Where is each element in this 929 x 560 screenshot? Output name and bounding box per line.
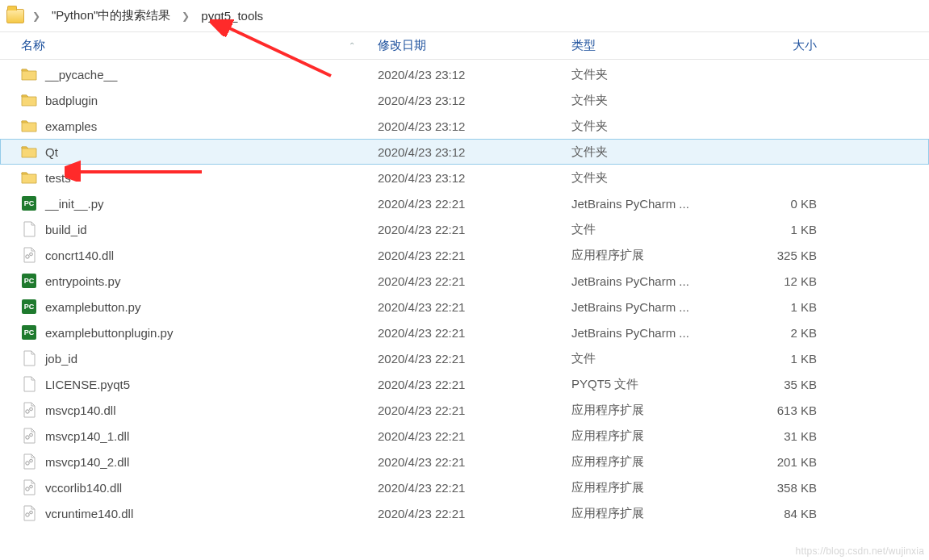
folder-icon [21,118,37,134]
table-row[interactable]: msvcp140.dll2020/4/23 22:21应用程序扩展613 KB [0,397,929,423]
table-row[interactable]: build_id2020/4/23 22:21文件1 KB [0,216,929,242]
file-type: JetBrains PyCharm ... [565,197,743,211]
file-icon [21,350,37,366]
file-name-cell: job_id [0,350,371,366]
file-date: 2020/4/23 23:12 [371,145,565,159]
breadcrumb-part-1[interactable]: "Python"中的搜索结果 [48,6,174,25]
file-name: msvcp140_1.dll [45,429,129,443]
file-name: concrt140.dll [45,249,114,262]
file-size: 325 KB [743,249,831,262]
table-row[interactable]: LICENSE.pyqt52020/4/23 22:21PYQT5 文件35 K… [0,371,929,397]
file-size: 358 KB [743,481,831,495]
file-size: 1 KB [743,223,831,236]
file-date: 2020/4/23 22:21 [371,507,565,520]
table-row[interactable]: badplugin2020/4/23 23:12文件夹 [0,87,929,113]
file-name: LICENSE.pyqt5 [45,378,130,391]
file-name-cell: PCexamplebuttonplugin.py [0,324,371,341]
file-type: 应用程序扩展 [565,403,743,418]
breadcrumb-part-2[interactable]: pyqt5_tools [198,7,266,24]
file-name: vcruntime140.dll [45,507,133,520]
file-name-cell: examples [0,118,371,134]
file-date: 2020/4/23 22:21 [371,197,565,211]
file-size: 84 KB [743,507,831,520]
dll-icon [21,479,37,495]
file-name: tests [45,171,71,185]
file-type: 应用程序扩展 [565,480,743,495]
file-date: 2020/4/23 22:21 [371,455,565,469]
py-icon: PC [21,299,37,315]
file-type: 应用程序扩展 [565,428,743,444]
file-size: 12 KB [743,274,831,288]
file-name: msvcp140.dll [45,403,116,417]
file-name-cell: msvcp140_1.dll [0,428,371,444]
table-row[interactable]: vccorlib140.dll2020/4/23 22:21应用程序扩展358 … [0,474,929,500]
folder-icon [6,9,24,23]
file-name: entrypoints.py [45,274,120,288]
file-name: examplebuttonplugin.py [45,326,173,340]
file-name-cell: __pycache__ [0,66,371,82]
file-size: 201 KB [743,455,831,469]
file-size: 2 KB [743,326,831,340]
file-date: 2020/4/23 22:21 [371,300,565,314]
file-type: 应用程序扩展 [565,506,743,521]
table-row[interactable]: Qt2020/4/23 23:12文件夹 [0,139,929,165]
file-date: 2020/4/23 22:21 [371,378,565,391]
file-date: 2020/4/23 23:12 [371,119,565,133]
file-type: JetBrains PyCharm ... [565,300,743,314]
file-name-cell: Qt [0,144,371,160]
file-date: 2020/4/23 22:21 [371,429,565,443]
folder-icon [21,66,37,82]
table-row[interactable]: msvcp140_2.dll2020/4/23 22:21应用程序扩展201 K… [0,449,929,474]
file-type: 文件夹 [565,119,743,134]
py-icon: PC [21,273,37,289]
file-name: build_id [45,223,87,236]
file-name-cell: vccorlib140.dll [0,479,371,495]
file-name-cell: msvcp140_2.dll [0,453,371,470]
file-type: 应用程序扩展 [565,248,743,263]
table-row[interactable]: msvcp140_1.dll2020/4/23 22:21应用程序扩展31 KB [0,423,929,449]
chevron-right-icon: ❯ [29,10,44,22]
file-date: 2020/4/23 22:21 [371,481,565,495]
file-date: 2020/4/23 23:12 [371,171,565,185]
file-name-cell: PC__init__.py [0,195,371,211]
file-name-cell: concrt140.dll [0,247,371,263]
file-size: 613 KB [743,403,831,417]
folder-icon [21,92,37,108]
file-date: 2020/4/23 22:21 [371,403,565,417]
file-name-cell: build_id [0,221,371,237]
sort-caret-icon: ⌃ [349,41,355,50]
column-header-size[interactable]: 大小 [743,38,831,53]
table-row[interactable]: PCentrypoints.py2020/4/23 22:21JetBrains… [0,268,929,294]
column-headers: 名称 ⌃ 修改日期 类型 大小 [0,32,929,60]
folder-icon [21,169,37,186]
table-row[interactable]: tests2020/4/23 23:12文件夹 [0,165,929,190]
file-size: 1 KB [743,352,831,366]
table-row[interactable]: PC__init__.py2020/4/23 22:21JetBrains Py… [0,190,929,216]
file-name-cell: PCentrypoints.py [0,273,371,289]
file-icon [21,221,37,237]
file-name: msvcp140_2.dll [45,455,129,469]
py-icon: PC [21,324,37,341]
table-row[interactable]: job_id2020/4/23 22:21文件1 KB [0,345,929,371]
file-name-cell: LICENSE.pyqt5 [0,376,371,392]
dll-icon [21,505,37,521]
table-row[interactable]: PCexamplebutton.py2020/4/23 22:21JetBrai… [0,294,929,320]
file-type: 文件夹 [565,67,743,82]
file-name-cell: PCexamplebutton.py [0,299,371,315]
table-row[interactable]: concrt140.dll2020/4/23 22:21应用程序扩展325 KB [0,242,929,268]
file-type: 应用程序扩展 [565,454,743,470]
table-row[interactable]: examples2020/4/23 23:12文件夹 [0,113,929,139]
file-size: 31 KB [743,429,831,443]
dll-icon [21,402,37,418]
file-size: 1 KB [743,300,831,314]
column-header-name[interactable]: 名称 ⌃ [0,38,371,53]
file-name: vccorlib140.dll [45,481,122,495]
breadcrumb[interactable]: ❯ "Python"中的搜索结果 ❯ pyqt5_tools [0,0,929,32]
table-row[interactable]: vcruntime140.dll2020/4/23 22:21应用程序扩展84 … [0,500,929,526]
file-type: 文件夹 [565,170,743,186]
file-name: __init__.py [45,197,104,211]
table-row[interactable]: __pycache__2020/4/23 23:12文件夹 [0,61,929,87]
column-header-date[interactable]: 修改日期 [371,38,565,53]
column-header-type[interactable]: 类型 [565,38,743,53]
table-row[interactable]: PCexamplebuttonplugin.py2020/4/23 22:21J… [0,320,929,345]
